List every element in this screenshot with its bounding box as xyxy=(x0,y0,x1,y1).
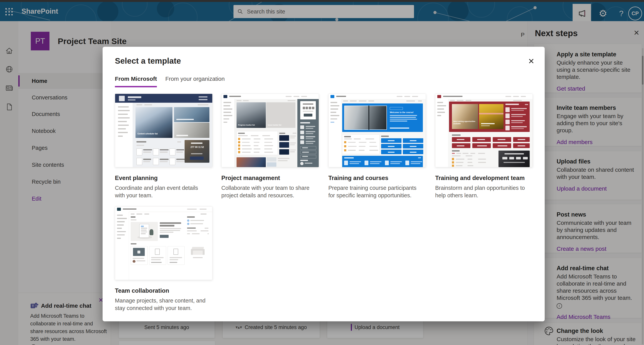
template-card-team-collaboration[interactable]: Team collaboration Manage projects, shar… xyxy=(115,206,212,312)
template-description: Brainstorm and plan opportunities to hel… xyxy=(435,184,528,199)
template-card-project-management[interactable]: Progress tracker list Issue tracker list xyxy=(221,94,319,199)
template-description: Manage projects, share content, and stay… xyxy=(115,297,207,312)
template-name: Training and courses xyxy=(328,175,426,182)
template-thumbnail-project-management: Progress tracker list Issue tracker list xyxy=(221,94,319,167)
template-card-training-and-courses[interactable]: Welcome to the course! xyxy=(328,94,426,199)
tab-from-your-organization[interactable]: From your organization xyxy=(165,76,224,86)
template-name: Training and development team xyxy=(435,175,533,182)
template-thumbnail-training-and-development-team: New training opportunities available xyxy=(435,94,533,167)
dialog-title: Select a template xyxy=(115,56,181,65)
sharepoint-app: SharePoint ⚙ ? CP xyxy=(0,0,644,345)
template-name: Team collaboration xyxy=(115,287,212,294)
template-card-event-planning[interactable]: Content scheduler list xyxy=(115,94,212,199)
template-description: Prepare training course participants for… xyxy=(328,184,421,199)
template-thumbnail-team-collaboration xyxy=(115,206,212,280)
template-name: Project management xyxy=(221,175,319,182)
template-thumbnail-training-and-courses: Welcome to the course! xyxy=(328,94,426,167)
template-card-training-and-development-team[interactable]: New training opportunities available xyxy=(435,94,533,199)
template-name: Event planning xyxy=(115,175,212,182)
template-description: Collaborate with your team to share proj… xyxy=(221,184,314,199)
template-description: Coordinate and plan event details with y… xyxy=(115,184,207,199)
close-icon[interactable]: × xyxy=(528,56,534,66)
template-thumbnail-event-planning: Content scheduler list xyxy=(115,94,212,167)
tab-from-microsoft[interactable]: From Microsoft xyxy=(115,76,157,87)
select-template-dialog: Select a template × From Microsoft From … xyxy=(102,47,545,321)
